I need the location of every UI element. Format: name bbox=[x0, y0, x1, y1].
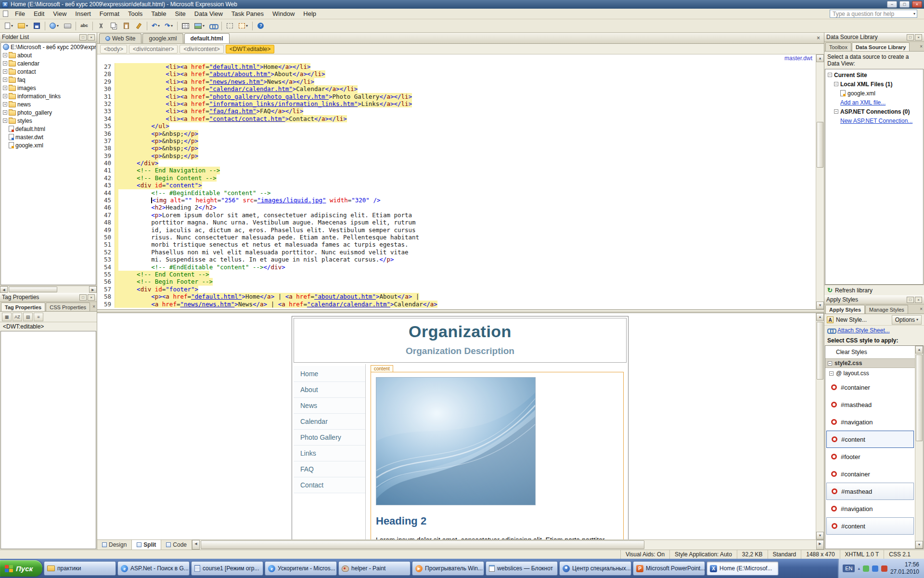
copy-button[interactable] bbox=[108, 21, 119, 31]
expand-icon[interactable]: + bbox=[3, 102, 7, 106]
panel-tab-close-icon[interactable]: × bbox=[920, 44, 923, 49]
liquid-image[interactable] bbox=[376, 377, 536, 505]
panel-tab-close-icon[interactable]: × bbox=[920, 306, 923, 312]
panel-close-button[interactable]: × bbox=[88, 34, 95, 40]
taskbar-button-[interactable]: практики bbox=[44, 561, 116, 576]
start-button[interactable]: Пуск bbox=[0, 560, 42, 577]
paste-button[interactable] bbox=[120, 21, 132, 31]
security-tray-icon[interactable] bbox=[863, 565, 869, 572]
folder-item-calendar[interactable]: +calendar bbox=[1, 59, 96, 67]
menu-item-format[interactable]: Format bbox=[95, 9, 124, 19]
code-line-39[interactable]: 39 <p>&nbsp;</p> bbox=[97, 152, 816, 159]
options-button[interactable]: Options ▾ bbox=[892, 315, 922, 325]
collapse-icon[interactable]: − bbox=[834, 109, 838, 114]
style-item-container[interactable]: #container bbox=[826, 379, 914, 396]
network-tray-icon[interactable] bbox=[872, 565, 878, 572]
menu-item-insert[interactable]: Insert bbox=[71, 9, 95, 19]
code-line-59[interactable]: 59 <a href="news/news.htm">News</a> | <a… bbox=[97, 301, 816, 308]
design-nav-item-about[interactable]: About bbox=[294, 382, 365, 398]
code-line-52[interactable]: 52 Phasellus non mi vel elit malesuada p… bbox=[97, 249, 816, 256]
expand-icon[interactable]: + bbox=[3, 69, 7, 74]
expand-icon[interactable]: + bbox=[3, 86, 7, 90]
scroll-up-button[interactable]: ▲ bbox=[816, 54, 824, 62]
folder-root[interactable]: E:\Microsoft - веб курс 2009\expres bbox=[1, 43, 96, 51]
menu-item-site[interactable]: Site bbox=[170, 9, 190, 19]
code-line-51[interactable]: 51 morbi tristique senectus et netus et … bbox=[97, 241, 816, 248]
folder-item-photo-gallery[interactable]: +photo_gallery bbox=[1, 108, 96, 117]
code-line-56[interactable]: 56 <!-- Begin Footer --> bbox=[97, 278, 816, 285]
folder-item-about[interactable]: +about bbox=[1, 51, 96, 59]
design-nav-item-news[interactable]: News bbox=[294, 398, 365, 414]
menu-item-data-view[interactable]: Data View bbox=[190, 9, 227, 19]
code-line-38[interactable]: 38 <p>&nbsp;</p> bbox=[97, 144, 816, 152]
scroll-thumb[interactable] bbox=[916, 355, 923, 441]
style-item-navigation[interactable]: #navigation bbox=[826, 500, 914, 517]
document-tab-web-site[interactable]: Web Site bbox=[99, 33, 141, 43]
minimize-button[interactable]: − bbox=[887, 1, 897, 8]
code-scrollbar[interactable]: ▲ ▼ bbox=[816, 54, 824, 309]
scroll-left-button[interactable]: ◀ bbox=[192, 540, 200, 550]
help-button[interactable]: ? bbox=[255, 21, 267, 31]
menu-item-help[interactable]: Help bbox=[299, 9, 321, 19]
folder-item-faq[interactable]: +faq bbox=[1, 76, 96, 84]
style-item-navigation[interactable]: #navigation bbox=[826, 413, 914, 431]
scroll-down-button[interactable]: ▼ bbox=[915, 541, 923, 549]
expand-icon[interactable]: + bbox=[3, 78, 7, 82]
view-tab-design[interactable]: Design bbox=[97, 540, 132, 550]
tag-selector-body[interactable]: <body> bbox=[100, 45, 127, 53]
menu-item-task-panes[interactable]: Task Panes bbox=[227, 9, 268, 19]
taskbar-button-helper-paint[interactable]: helper - Paint bbox=[338, 561, 411, 576]
tag-selector-dwt-editable[interactable]: <DWT:editable> bbox=[226, 45, 274, 53]
stylesheet-layout-css[interactable]: −@ layout.css bbox=[825, 368, 915, 379]
stylesheet-group-style2-css[interactable]: −style2.css bbox=[825, 358, 915, 368]
menu-item-view[interactable]: View bbox=[49, 9, 71, 19]
taskbar-button-webslices[interactable]: webslices — Блокнот bbox=[486, 561, 558, 576]
menu-item-tools[interactable]: Tools bbox=[124, 9, 147, 19]
expand-icon[interactable]: + bbox=[3, 110, 7, 115]
tab-data-source-library[interactable]: Data Source Library bbox=[852, 42, 910, 51]
code-line-33[interactable]: 33 <li><a href="faq/faq.htm">FAQ</a></li… bbox=[97, 107, 816, 115]
taskbar-button-[interactable]: Центр специальных... bbox=[559, 561, 631, 576]
view-tab-code[interactable]: Code bbox=[161, 540, 192, 550]
scroll-right-button[interactable]: ▶ bbox=[816, 540, 824, 550]
scroll-track[interactable] bbox=[8, 286, 89, 293]
show-alphabetized-list-button[interactable]: AZ bbox=[13, 313, 22, 321]
taskbar-button-asp-net-g[interactable]: eASP.Net - Поиск в G... bbox=[117, 561, 190, 576]
style-item-masthead[interactable]: #masthead bbox=[826, 396, 914, 413]
tab-tag-properties[interactable]: Tag Properties bbox=[1, 302, 45, 311]
code-line-55[interactable]: 55 <!-- End Content --> bbox=[97, 271, 816, 278]
tag-selector-div-container[interactable]: <div#container> bbox=[129, 45, 178, 53]
expand-icon[interactable]: + bbox=[3, 61, 7, 66]
new-style-button[interactable]: New Style... bbox=[836, 316, 867, 323]
print-button[interactable] bbox=[62, 21, 73, 31]
tab-css-properties[interactable]: CSS Properties bbox=[46, 302, 90, 311]
scroll-track[interactable] bbox=[200, 540, 816, 550]
panel-close-button[interactable]: × bbox=[915, 297, 922, 303]
taskbar-button-micros[interactable]: eУскорители - Micros... bbox=[265, 561, 337, 576]
code-line-31[interactable]: 31 <li><a href="photo_gallery/photo_gall… bbox=[97, 93, 816, 100]
taskbar-button-home-e-microsof[interactable]: XHome (E:\Microsof... bbox=[706, 561, 779, 576]
editable-content-region[interactable]: content bbox=[371, 372, 624, 539]
design-nav-item-calendar[interactable]: Calendar bbox=[294, 414, 365, 430]
menu-item-edit[interactable]: Edit bbox=[29, 9, 49, 19]
show-attributes-button[interactable]: ≡ bbox=[34, 313, 43, 321]
attach-style-sheet-link[interactable]: Attach Style Sheet... bbox=[837, 327, 890, 334]
styles-scrollbar[interactable]: ▲ ▼ bbox=[915, 346, 923, 549]
clear-styles-item[interactable]: Clear Styles bbox=[825, 346, 915, 358]
panel-float-button[interactable]: □ bbox=[79, 34, 87, 40]
tab-apply-styles[interactable]: Apply Styles bbox=[825, 305, 865, 314]
panel-float-button[interactable]: □ bbox=[907, 297, 914, 303]
style-item-content[interactable]: #content bbox=[826, 431, 914, 448]
design-hscrollbar[interactable]: ◀ ▶ bbox=[192, 540, 824, 550]
collapse-icon[interactable]: − bbox=[828, 73, 832, 77]
menu-item-table[interactable]: Table bbox=[147, 9, 170, 19]
code-line-27[interactable]: 27 <li><a href="default.html">Home</a></… bbox=[97, 63, 816, 70]
code-line-48[interactable]: 48 porttitor magna. Nunc urna. Vestibulu… bbox=[97, 219, 816, 226]
show-categorized-list-button[interactable]: ▦ bbox=[2, 313, 12, 321]
design-view[interactable]: Organization Organization Description Ho… bbox=[97, 313, 824, 539]
scroll-up-button[interactable]: ▲ bbox=[816, 313, 824, 321]
redo-button[interactable]: ↷▾ bbox=[163, 21, 175, 31]
style-item-content[interactable]: #content bbox=[826, 517, 914, 535]
code-line-37[interactable]: 37 <p>&nbsp;</p> bbox=[97, 137, 816, 144]
code-line-42[interactable]: 42 <!-- Begin Content --> bbox=[97, 174, 816, 182]
